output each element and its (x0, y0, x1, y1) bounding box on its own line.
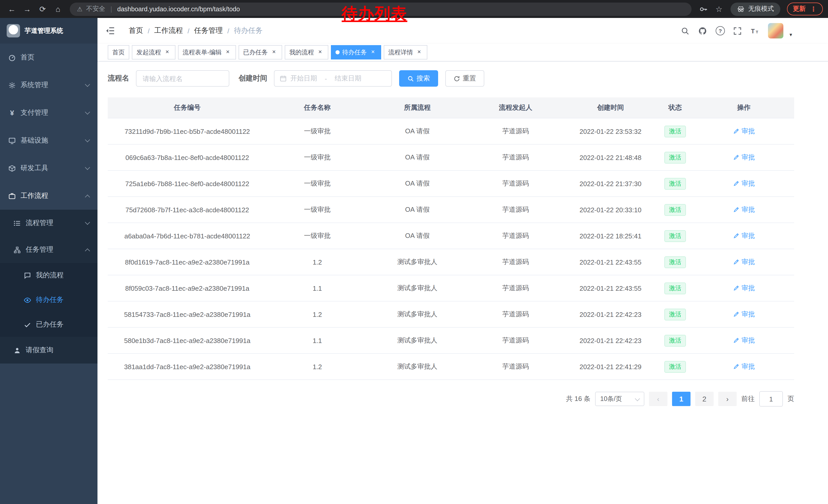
help-icon[interactable]: ? (716, 26, 725, 35)
home-button[interactable]: ⌂ (51, 2, 65, 16)
breadcrumb-item[interactable]: 首页 (129, 26, 143, 35)
status-cell: 激活 (657, 327, 694, 354)
tab-label: 发起流程 (136, 48, 161, 57)
column-header-created: 创建时间 (564, 97, 657, 118)
todo-task-table: 任务编号 任务名称 所属流程 流程发起人 创建时间 状态 操作 73211d9d… (108, 97, 794, 380)
box-icon (8, 164, 16, 172)
table-row: 381aa1dd-7ac8-11ec-a9e2-a2380e71991a 1.2… (108, 354, 794, 380)
table-row: a6aba0a4-7b6d-11ec-b781-acde48001122 一级审… (108, 223, 794, 249)
actions-cell: 审批 (694, 354, 794, 380)
sidebar-item-workflow[interactable]: 工作流程 (0, 182, 97, 210)
approve-link[interactable]: 审批 (733, 283, 755, 293)
approve-link[interactable]: 审批 (733, 179, 755, 188)
sidebar-item-process-mgmt[interactable]: 流程管理 (0, 210, 97, 236)
page-button-2[interactable]: 2 (695, 392, 714, 406)
approve-link[interactable]: 审批 (733, 231, 755, 240)
page-button-1[interactable]: 1 (672, 392, 691, 406)
next-page-button[interactable]: › (718, 392, 737, 406)
content-area: 流程名 创建时间 开始日期 - 结束日期 搜索 重 (97, 61, 828, 504)
sidebar-item-todo-tasks[interactable]: 待办任务 (0, 288, 97, 312)
page-size-select[interactable]: 10条/页 (595, 392, 644, 406)
close-icon[interactable]: × (369, 49, 377, 56)
status-cell: 激活 (657, 144, 694, 171)
main-area: 首页 / 工作流程 / 任务管理 / 待办任务 ? TT ▾ (97, 18, 828, 504)
security-label[interactable]: 不安全 (86, 5, 106, 13)
process-name-input[interactable] (136, 70, 229, 87)
tab-process-detail[interactable]: 流程详情 × (384, 45, 427, 59)
breadcrumb-separator: / (148, 27, 150, 35)
caret-down-icon[interactable]: ▾ (790, 32, 792, 39)
header-actions: ? TT ▾ (681, 23, 792, 39)
date-range-picker[interactable]: 开始日期 - 结束日期 (274, 70, 392, 87)
forward-button[interactable]: → (20, 2, 34, 16)
approve-link[interactable]: 审批 (733, 362, 755, 371)
browser-update-button[interactable]: 更新 ⋮ (787, 3, 823, 15)
reload-button[interactable]: ⟳ (36, 2, 49, 16)
incognito-badge: 无痕模式 (730, 2, 780, 16)
sidebar-item-leave-query[interactable]: 请假查询 (0, 337, 97, 364)
approve-link[interactable]: 审批 (733, 336, 755, 345)
search-button[interactable]: 搜索 (399, 70, 438, 87)
github-icon[interactable] (698, 26, 707, 35)
tab-label: 流程表单-编辑 (182, 48, 222, 57)
approve-link[interactable]: 审批 (733, 153, 755, 162)
breadcrumb-item[interactable]: 工作流程 (154, 26, 183, 35)
tab-label: 流程详情 (388, 48, 413, 57)
close-icon[interactable]: × (317, 49, 324, 56)
table-row: 8f059c03-7ac8-11ec-a9e2-a2380e71991a 1.1… (108, 275, 794, 301)
actions-cell: 审批 (694, 275, 794, 301)
status-badge: 激活 (664, 178, 686, 189)
sidebar-item-task-mgmt[interactable]: 任务管理 (0, 236, 97, 263)
goto-page-input[interactable] (759, 391, 783, 407)
close-icon[interactable]: × (224, 49, 232, 56)
approve-link[interactable]: 审批 (733, 127, 755, 136)
sidebar-item-infrastructure[interactable]: 基础设施 (0, 127, 97, 154)
breadcrumb-item[interactable]: 任务管理 (194, 26, 223, 35)
sidebar-item-dev-tools[interactable]: 研发工具 (0, 154, 97, 182)
url-text[interactable]: dashboard.yudao.iocoder.cn/bpm/task/todo (117, 5, 240, 12)
tab-done-tasks[interactable]: 已办任务 × (239, 45, 282, 59)
tab-my-processes[interactable]: 我的流程 × (285, 45, 328, 59)
avatar[interactable] (768, 23, 783, 39)
approve-link[interactable]: 审批 (733, 258, 755, 267)
sidebar-toggle-button[interactable] (105, 26, 115, 36)
table-row: 580e1b3d-7ac8-11ec-a9e2-a2380e71991a 1.1… (108, 327, 794, 354)
key-icon[interactable] (699, 4, 708, 13)
prev-page-button[interactable]: ‹ (649, 392, 667, 406)
approve-link[interactable]: 审批 (733, 205, 755, 214)
svg-text:T: T (751, 28, 755, 34)
tab-initiate-process[interactable]: 发起流程 × (132, 45, 175, 59)
app-logo[interactable]: 芋道管理系统 (0, 18, 97, 44)
task-name-cell: 一级审批 (267, 171, 368, 197)
address-bar[interactable]: ⚠ 不安全 | dashboard.yudao.iocoder.cn/bpm/t… (70, 2, 691, 16)
back-button[interactable]: ← (5, 2, 18, 16)
kebab-menu-icon[interactable]: ⋮ (810, 5, 817, 13)
approve-link[interactable]: 审批 (733, 310, 755, 319)
initiator-cell: 芋道源码 (467, 171, 564, 197)
search-icon[interactable] (681, 26, 690, 35)
tab-home[interactable]: 首页 (108, 45, 129, 59)
tab-todo-tasks[interactable]: 待办任务 × (331, 45, 381, 59)
status-badge: 激活 (664, 204, 686, 216)
sidebar-item-home[interactable]: 首页 (0, 44, 97, 71)
browser-window: 待办列表 ← → ⟳ ⌂ ⚠ 不安全 | dashboard.yudao.ioc… (0, 0, 828, 504)
close-icon[interactable]: × (271, 49, 278, 56)
yen-icon: ¥ (8, 109, 16, 117)
bookmark-star-icon[interactable]: ☆ (714, 4, 723, 13)
app-title: 芋道管理系统 (25, 27, 63, 35)
close-icon[interactable]: × (164, 49, 171, 56)
edit-icon (733, 285, 740, 291)
chat-bubble-icon (24, 272, 31, 279)
reset-button[interactable]: 重置 (445, 70, 484, 87)
sidebar-item-system-mgmt[interactable]: 系统管理 (0, 71, 97, 99)
font-size-icon[interactable]: TT (750, 26, 760, 35)
fullscreen-icon[interactable] (733, 26, 742, 35)
browser-actions: ☆ 无痕模式 更新 ⋮ (699, 2, 823, 16)
sidebar-item-my-processes[interactable]: 我的流程 (0, 263, 97, 288)
created-cell: 2022-01-22 21:48:48 (564, 144, 657, 171)
tab-process-form-edit[interactable]: 流程表单-编辑 × (178, 45, 236, 59)
close-icon[interactable]: × (416, 49, 423, 56)
sidebar-item-payment-mgmt[interactable]: ¥ 支付管理 (0, 99, 97, 127)
sidebar-item-done-tasks[interactable]: 已办任务 (0, 312, 97, 337)
column-header-process: 所属流程 (368, 97, 467, 118)
